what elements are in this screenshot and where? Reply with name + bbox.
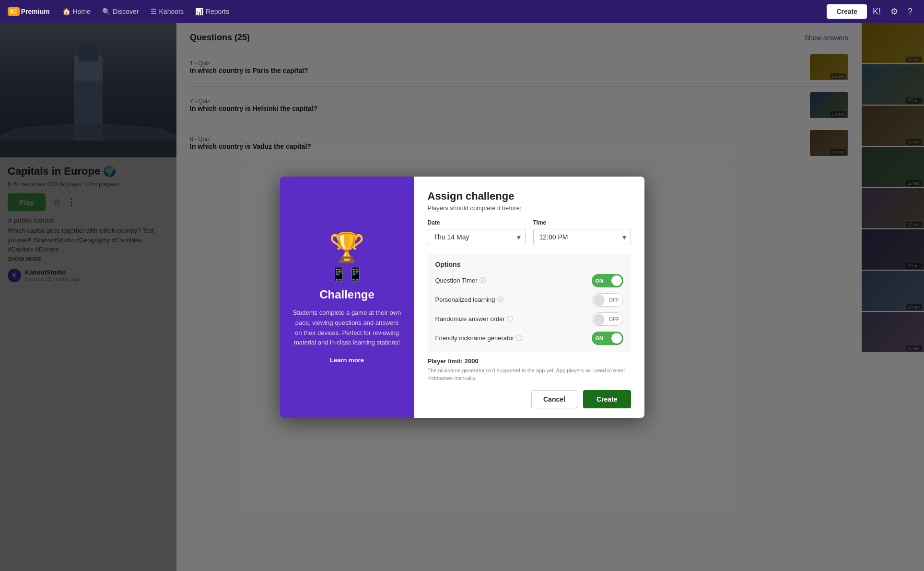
challenge-trophy-icon: 🏆 — [329, 230, 365, 264]
time-label: Time — [533, 219, 631, 226]
settings-icon-button[interactable]: ⚙ — [887, 4, 902, 19]
player-limit: Player limit: 2000 — [428, 357, 631, 365]
challenge-phones-icon: 📱📱 — [330, 266, 364, 282]
modal-right-panel: Assign challenge Players should complete… — [414, 177, 644, 418]
nav-discover[interactable]: 🔍 Discover — [97, 0, 143, 23]
assign-challenge-modal: 🏆 📱📱 Challenge Students complete a game … — [280, 177, 644, 418]
options-section: Options Question Timer ⓘ ON — [428, 254, 631, 352]
option-row-randomize: Randomize answer order ⓘ OFF — [435, 312, 623, 326]
learn-more-link[interactable]: Learn more — [330, 357, 364, 364]
player-note: The nickname generator isn't supported i… — [428, 367, 631, 382]
nav-reports[interactable]: 📊 Reports — [190, 0, 234, 23]
navbar: K! Premium 🏠 Home 🔍 Discover ☰ Kahoots 📊… — [0, 0, 924, 23]
modal-left-title: Challenge — [319, 288, 374, 301]
bar-chart-icon: 📊 — [195, 8, 203, 15]
date-label: Date — [428, 219, 526, 226]
question-timer-label: Question Timer — [435, 277, 478, 284]
personalized-learning-toggle[interactable]: OFF — [592, 293, 623, 307]
k-icon: K! — [8, 7, 20, 16]
nickname-help-icon[interactable]: ⓘ — [516, 334, 522, 343]
nickname-label: Friendly nickname generator — [435, 334, 515, 342]
date-field: Date Thu 14 May Fri 15 May Sat 16 May ▾ — [428, 219, 526, 245]
k-avatar-button[interactable]: K! — [869, 5, 885, 19]
personalized-learning-help-icon[interactable]: ⓘ — [497, 296, 503, 304]
nickname-toggle[interactable]: ON — [592, 332, 623, 345]
modal-left-description: Students complete a game at their own pa… — [292, 308, 403, 348]
personalized-learning-label: Personalized learning — [435, 296, 495, 303]
personalized-learning-off-label: OFF — [609, 297, 620, 303]
randomize-toggle[interactable]: OFF — [592, 312, 623, 326]
date-select[interactable]: Thu 14 May Fri 15 May Sat 16 May — [428, 229, 526, 245]
list-icon: ☰ — [151, 8, 157, 15]
modal-left-panel: 🏆 📱📱 Challenge Students complete a game … — [280, 177, 414, 418]
home-icon: 🏠 — [62, 8, 70, 15]
option-row-personalized-learning: Personalized learning ⓘ OFF — [435, 293, 623, 307]
create-button[interactable]: Create — [827, 4, 867, 19]
question-timer-on-label: ON — [596, 278, 604, 284]
options-title: Options — [435, 261, 623, 268]
nav-brand: K! Premium — [8, 7, 50, 16]
premium-label: Premium — [21, 8, 50, 15]
option-row-question-timer: Question Timer ⓘ ON — [435, 274, 623, 287]
nav-home[interactable]: 🏠 Home — [58, 0, 95, 23]
help-icon-button[interactable]: ? — [904, 5, 916, 19]
option-row-nickname: Friendly nickname generator ⓘ ON — [435, 332, 623, 345]
question-timer-help-icon[interactable]: ⓘ — [480, 276, 486, 285]
question-timer-toggle[interactable]: ON — [592, 274, 623, 287]
modal-overlay: 🏆 📱📱 Challenge Students complete a game … — [0, 23, 924, 571]
modal-title: Assign challenge — [428, 190, 631, 202]
create-challenge-button[interactable]: Create — [583, 390, 631, 408]
time-field: Time 12:00 PM 1:00 PM 2:00 PM ▾ — [533, 219, 631, 245]
modal-subtitle: Players should complete it before: — [428, 204, 631, 212]
randomize-help-icon[interactable]: ⓘ — [507, 315, 513, 323]
time-select[interactable]: 12:00 PM 1:00 PM 2:00 PM — [533, 229, 631, 245]
randomize-off-label: OFF — [609, 316, 620, 322]
nav-kahoots[interactable]: ☰ Kahoots — [146, 0, 188, 23]
cancel-button[interactable]: Cancel — [531, 390, 577, 408]
compass-icon: 🔍 — [102, 8, 110, 15]
randomize-label: Randomize answer order — [435, 315, 505, 322]
nickname-on-label: ON — [596, 335, 604, 341]
